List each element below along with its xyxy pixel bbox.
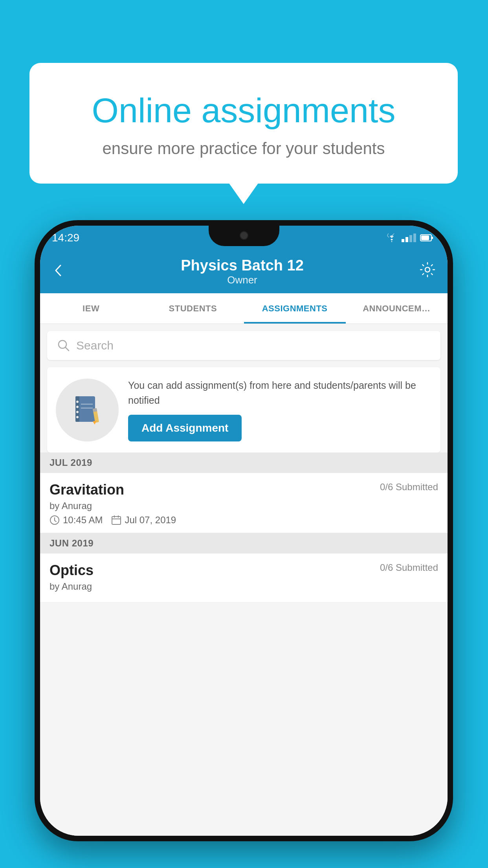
svg-point-7 (76, 401, 79, 403)
speech-bubble-container: Online assignments ensure more practice … (29, 63, 458, 184)
tab-assignments[interactable]: ASSIGNMENTS (244, 293, 346, 324)
phone-notch (209, 226, 279, 246)
assignment-time: 10:45 AM (50, 515, 103, 526)
assignment-row-top: Gravitation 0/6 Submitted (50, 482, 438, 498)
signal-icon (402, 234, 416, 242)
search-placeholder: Search (76, 339, 114, 352)
settings-icon[interactable] (419, 261, 436, 282)
add-assignment-description: You can add assignment(s) from here and … (128, 378, 429, 408)
status-time: 14:29 (52, 232, 79, 244)
tab-iew[interactable]: IEW (40, 293, 142, 324)
svg-point-10 (76, 416, 79, 418)
add-assignment-button[interactable]: Add Assignment (128, 415, 242, 441)
header-subtitle: Owner (181, 274, 304, 286)
notebook-icon (71, 393, 104, 427)
status-icons (386, 234, 433, 242)
header-title-area: Physics Batch 12 Owner (181, 257, 304, 286)
header-title: Physics Batch 12 (181, 257, 304, 274)
assignment-submitted-2: 0/6 Submitted (380, 562, 438, 573)
battery-icon (420, 234, 433, 242)
bubble-title: Online assignments (61, 90, 426, 131)
clock-icon (50, 515, 60, 525)
svg-rect-2 (421, 235, 429, 240)
svg-rect-15 (93, 408, 97, 412)
svg-point-4 (59, 340, 66, 348)
assignment-submitted: 0/6 Submitted (380, 482, 438, 493)
section-header-jun: JUN 2019 (40, 533, 448, 554)
calendar-icon (111, 515, 121, 525)
section-header-jul: JUL 2019 (40, 452, 448, 473)
tabs-bar: IEW STUDENTS ASSIGNMENTS ANNOUNCEM… (40, 293, 448, 324)
wifi-icon (386, 234, 398, 242)
front-camera (240, 231, 248, 240)
assignment-item-optics[interactable]: Optics 0/6 Submitted by Anurag (40, 554, 448, 603)
tab-announcements[interactable]: ANNOUNCEM… (346, 293, 448, 324)
svg-rect-1 (431, 237, 433, 239)
svg-point-9 (76, 411, 79, 413)
tab-students[interactable]: STUDENTS (142, 293, 244, 324)
assignment-row-top-2: Optics 0/6 Submitted (50, 562, 438, 579)
assignment-name-2: Optics (50, 562, 94, 579)
svg-rect-17 (112, 517, 121, 524)
assignment-icon-circle (56, 379, 119, 441)
svg-point-8 (76, 406, 79, 408)
add-assignment-content: You can add assignment(s) from here and … (128, 378, 429, 441)
phone-screen: 14:29 (40, 226, 448, 836)
speech-bubble: Online assignments ensure more practice … (29, 63, 458, 184)
svg-point-3 (425, 267, 430, 272)
assignment-author-2: by Anurag (50, 581, 438, 592)
bubble-subtitle: ensure more practice for your students (61, 139, 426, 158)
phone-container: 14:29 (35, 220, 453, 841)
app-header: Physics Batch 12 Owner (40, 250, 448, 293)
add-assignment-card: You can add assignment(s) from here and … (47, 367, 440, 452)
phone-frame: 14:29 (35, 220, 453, 841)
back-button[interactable] (52, 262, 65, 281)
content-area: Search (40, 324, 448, 836)
assignment-name: Gravitation (50, 482, 124, 498)
assignment-meta: 10:45 AM Jul 07, 2019 (50, 515, 438, 526)
assignment-item-gravitation[interactable]: Gravitation 0/6 Submitted by Anurag 10:4… (40, 473, 448, 533)
search-bar[interactable]: Search (47, 331, 440, 360)
search-icon (57, 338, 71, 353)
assignment-date: Jul 07, 2019 (111, 515, 176, 526)
assignment-author: by Anurag (50, 500, 438, 511)
